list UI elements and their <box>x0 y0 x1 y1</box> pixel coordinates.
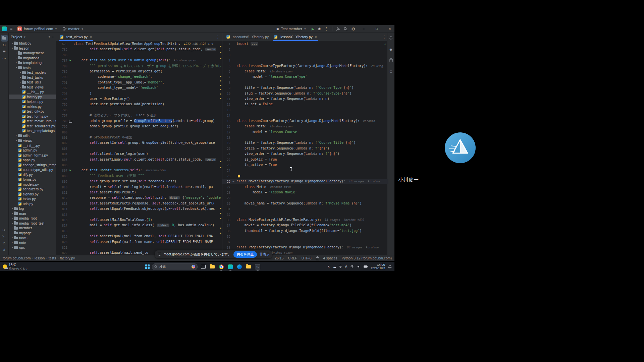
gutter-icon[interactable]: ⊕ <box>230 179 236 184</box>
code-line-23[interactable]: 23 is_active = True <box>222 162 388 168</box>
tree-item-coursetype_utils.py[interactable]: coursetype_utils.py <box>9 167 56 172</box>
battery-icon[interactable] <box>364 265 368 268</box>
code-line-24[interactable]: 24 <box>222 168 388 173</box>
code-line-36[interactable]: 36 <box>222 234 388 239</box>
chevron-icon[interactable]: ▸ <box>15 139 18 142</box>
close-tab-icon[interactable]: × <box>90 35 92 39</box>
tree-item-urls.py[interactable]: urls.py <box>9 201 56 206</box>
code-line-14[interactable]: 14 <box>222 113 388 118</box>
plugins-icon[interactable]: □ <box>388 68 394 75</box>
tree-item-admin_forms.py[interactable]: admin_forms.py <box>9 153 56 158</box>
tree-item-change_strings_temp.py[interactable]: change_strings_temp.py <box>9 163 56 168</box>
code-with-me-icon[interactable] <box>336 27 340 31</box>
code-line-28[interactable]: 28 model = 'lesson.Movie' <box>222 190 388 195</box>
caret-position[interactable]: 26:15 <box>275 256 283 260</box>
code-line-16[interactable]: 16 class Meta: kbrahma-ryzen <box>222 124 388 129</box>
taskbar-task-view[interactable] <box>200 263 207 270</box>
tree-item-test_tasks[interactable]: ▸test_tasks <box>9 75 56 80</box>
chevron-icon[interactable]: ▸ <box>19 71 22 74</box>
project-widget[interactable]: FC forum.pc5bai.com ▼ <box>16 26 59 32</box>
weather-widget[interactable]: 15°C 晴れのちくもり <box>0 263 28 270</box>
code-line-11[interactable]: 11 view_order = factory.Sequence(lambda … <box>222 96 388 102</box>
code-line-821[interactable]: 821 <box>56 245 222 250</box>
right-code[interactable]: ✓ 1import ...2345class LessonCourseTypeF… <box>222 41 388 255</box>
chevron-icon[interactable]: ▸ <box>11 241 14 244</box>
code-line-815[interactable]: 815 <box>56 212 222 217</box>
chevron-icon[interactable]: ▸ <box>19 86 22 88</box>
code-line-22[interactable]: 22 is_public = True <box>222 157 388 162</box>
code-line-7[interactable]: 7 model = 'lesson.CourseType' <box>222 74 388 79</box>
main-menu-icon[interactable]: ≡ <box>9 26 13 31</box>
intention-bulb-icon[interactable] <box>238 175 240 177</box>
taskbar-edge[interactable] <box>236 263 243 270</box>
locate-file-icon[interactable]: ⌖ <box>49 35 51 39</box>
code-line-30[interactable]: 30 movie_name = factory.Sequence(lambda … <box>222 201 388 206</box>
code-line-13[interactable]: 13 <box>222 107 388 113</box>
taskbar-file-explorer[interactable] <box>209 263 216 270</box>
mic-icon[interactable] <box>339 265 342 268</box>
chevron-icon[interactable]: ▸ <box>11 42 14 45</box>
coverage-button[interactable]: ◉ <box>318 27 321 31</box>
tree-item-mypage[interactable]: ▸mypage <box>9 231 56 236</box>
code-line-5[interactable]: 5class LessonCourseTypeFactory(factory.d… <box>222 63 388 69</box>
chevron-icon[interactable]: ▸ <box>15 61 18 64</box>
chevron-icon[interactable]: ▸ <box>11 222 14 225</box>
taskbar-chrome[interactable] <box>218 263 225 270</box>
code-line-9[interactable]: 9 title = factory.Sequence(lambda n: f'C… <box>222 85 388 90</box>
settings-gear-icon[interactable]: ⚙ <box>351 27 355 31</box>
tree-item-test_serializers.py[interactable]: test_serializers.py <box>9 124 56 129</box>
tree-item-man[interactable]: ▸man <box>9 211 56 216</box>
search-icon[interactable] <box>344 27 347 31</box>
run-button[interactable]: ▶ <box>312 27 314 31</box>
chevron-icon[interactable]: ▸ <box>11 217 14 220</box>
code-line-25[interactable]: 25 <box>222 173 388 179</box>
code-line-18[interactable]: 18 <box>222 135 388 140</box>
inspection-ok-icon[interactable]: ✓ <box>384 42 386 46</box>
database-icon[interactable] <box>388 57 394 64</box>
code-line-804[interactable]: 804 self.client.force_login(user) <box>56 151 222 157</box>
tree-item-test_dify.py[interactable]: test_dify.py <box>9 109 56 114</box>
chevron-icon[interactable]: ▸ <box>19 76 22 79</box>
structure-icon[interactable]: ≣ <box>1 48 8 55</box>
code-line-8[interactable]: 8 <box>222 80 388 85</box>
code-line-1[interactable]: 1import ... <box>222 41 388 47</box>
project-icon[interactable] <box>1 35 8 42</box>
chevron-icon[interactable]: ▸ <box>11 227 14 229</box>
tab-options-icon[interactable]: ⋮ <box>214 33 222 41</box>
code-line-20[interactable]: 20 price = factory.Sequence(lambda n: f'… <box>222 146 388 151</box>
editor-tab[interactable]: test_views.py× <box>57 33 95 41</box>
code-line-816[interactable]: 816 self.assertMailBoxTotalCount(1) <box>56 217 222 223</box>
taskbar-terminal[interactable]: >_ <box>254 263 261 270</box>
chevron-icon[interactable]: ▾ <box>15 66 18 69</box>
code-line-17[interactable]: 17 model = 'lesson.Course' <box>222 129 388 135</box>
tree-item-factory.py[interactable]: factory.py <box>9 95 56 100</box>
notifications-icon[interactable] <box>388 35 394 42</box>
code-line-809[interactable]: 809 self.group.user_set.add(self.feedbac… <box>56 179 222 184</box>
chevron-icon[interactable]: ▸ <box>11 246 14 249</box>
code-line-812[interactable]: 812 response = self.client.post(self.pat… <box>56 195 222 200</box>
tree-item-helpers.py[interactable]: helpers.py <box>9 99 56 104</box>
tree-item-signals.py[interactable]: signals.py <box>9 192 56 197</box>
code-line-801[interactable]: 801 # GroupQuerySet を確認 <box>56 135 222 140</box>
line-separator[interactable]: CRLF <box>288 256 297 260</box>
tree-item-admin.py[interactable]: admin.py <box>9 148 56 153</box>
code-line-818[interactable]: 818 <box>56 228 222 234</box>
tree-item-test_movie_info_utils.py[interactable]: test_movie_info_utils.py <box>9 119 56 124</box>
clock[interactable]: 14:00 2024/11/23 <box>371 263 385 270</box>
tree-item-__init__.py[interactable]: __init__.py <box>9 89 56 95</box>
code-line-29[interactable]: 29 <box>222 195 388 200</box>
code-line-788[interactable]: 788 """ permission を有しているユーザは group を管理し… <box>56 63 222 69</box>
chevron-icon[interactable]: ▸ <box>15 134 18 137</box>
breadcrumb-item[interactable]: lesson <box>35 256 45 260</box>
commit-icon[interactable]: ⊙ <box>1 42 8 48</box>
code-line-796[interactable]: 796 <box>56 107 222 113</box>
wifi-icon[interactable] <box>350 265 354 268</box>
code-line-38[interactable]: 38class PageFactory(factory.django.Djang… <box>222 245 388 250</box>
tree-item-member[interactable]: ▸member <box>9 226 56 231</box>
code-line-811[interactable]: 811 self.assertTrue(result) <box>56 190 222 195</box>
code-line-819[interactable]: 819 self.assertEqual(mail.from_email, se… <box>56 234 222 239</box>
tree-item-lesson[interactable]: ▾lesson <box>9 46 56 51</box>
code-line-19[interactable]: 19 title = factory.Sequence(lambda n: f'… <box>222 140 388 145</box>
tree-item-migrations[interactable]: ▸migrations <box>9 56 56 61</box>
code-line-791[interactable]: 791 content_type__app_label='member', <box>56 80 222 85</box>
